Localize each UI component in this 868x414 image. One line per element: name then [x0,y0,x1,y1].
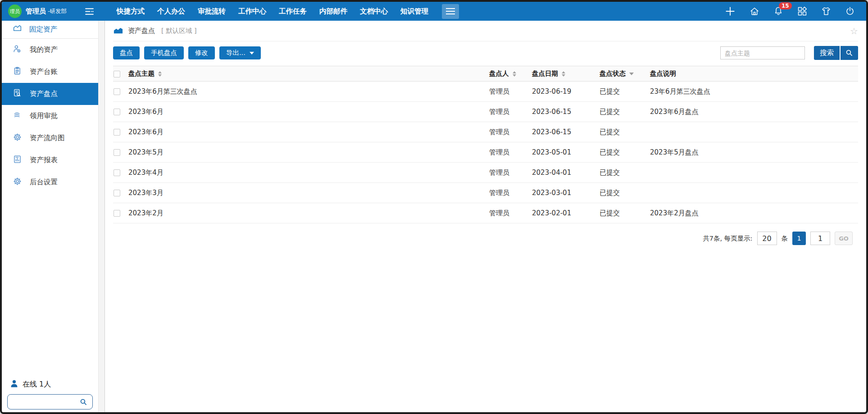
table-row[interactable]: 2023年3月管理员2023-03-01已提交 [113,183,858,203]
sidebar-item[interactable]: 后台设置 [2,171,98,193]
row-check-cell [113,82,128,102]
sidebar-search-input[interactable] [12,398,77,405]
topbar-menu-item[interactable]: 工作任务 [273,2,313,21]
toolbar-button[interactable]: 盘点 [113,46,140,59]
table-row[interactable]: 2023年5月管理员2023-05-01已提交2023年5月盘点 [113,142,858,163]
table-header-row: 盘点主题盘点人盘点日期盘点状态盘点说明 [113,66,858,82]
row-checkbox[interactable] [114,210,120,217]
sidebar-item[interactable]: 资产盘点 [2,83,98,105]
table-cell: 2023年6月 [128,122,489,142]
sidebar-module-header[interactable]: 固定资产 [2,21,98,39]
table-cell: 2023年6月 [128,102,489,122]
sort-icon[interactable] [513,71,516,77]
topbar-menu-item[interactable]: 内部邮件 [313,2,354,21]
topbar-actions: 15 [724,5,855,17]
sidebar-item-label: 后台设置 [30,177,58,187]
apps-icon[interactable] [797,6,808,17]
plus-icon[interactable] [724,5,736,17]
search-input[interactable] [720,46,805,59]
sort-icon[interactable] [158,71,162,77]
row-checkbox[interactable] [114,109,120,115]
column-header[interactable]: 盘点状态 [600,66,650,82]
table-row[interactable]: 2023年6月管理员2023-06-15已提交2023年6月盘点 [113,102,858,122]
topbar-menu-item[interactable]: 快捷方式 [110,2,151,21]
menu-item-label: 个人办公 [157,7,185,16]
theme-icon[interactable] [821,6,832,17]
more-menus-button[interactable] [442,4,459,19]
column-header[interactable]: 盘点人 [489,66,532,82]
table-row[interactable]: 2023年6月第三次盘点管理员2023-06-19已提交23年6月第三次盘点 [113,82,858,102]
goto-page-input[interactable] [810,232,830,245]
sort-icon[interactable] [562,71,565,77]
toolbar-button-label: 手机盘点 [151,49,177,57]
table-cell: 已提交 [600,183,650,203]
topbar-menu-item[interactable]: 文档中心 [354,2,394,21]
sidebar-nav: 我的资产 资产台账 资产盘点 领用审批 资产流向图 资产报表 后台设置 [2,39,98,193]
user-name: 管理员 [26,7,46,16]
table-body: 2023年6月第三次盘点管理员2023-06-19已提交23年6月第三次盘点 2… [113,82,858,223]
search-group: 搜索 [814,46,858,60]
pagination: 共7条, 每页显示: 条 1 GO [113,232,858,245]
power-icon[interactable] [845,6,855,17]
avatar[interactable]: 理员 [8,5,22,18]
layers-icon [13,110,22,122]
sidebar-module-label: 固定资产 [29,25,57,34]
topbar-menu-item[interactable]: 审批流转 [191,2,232,21]
search-icon[interactable] [79,398,88,406]
inventory-table: 盘点主题盘点人盘点日期盘点状态盘点说明 2023年6月第三次盘点管理员2023-… [113,66,858,223]
sidebar-item[interactable]: 领用审批 [2,105,98,127]
search-icon-button[interactable] [841,46,858,60]
topbar-menu-item[interactable]: 个人办公 [151,2,191,21]
table-cell: 已提交 [600,122,650,142]
row-checkbox[interactable] [114,169,120,176]
table-row[interactable]: 2023年2月管理员2023-02-01已提交2023年2月盘点 [113,203,858,223]
page-size-input[interactable] [757,232,777,245]
search-button[interactable]: 搜索 [814,46,840,60]
sidebar-scrollbar[interactable] [98,21,105,412]
home-icon[interactable] [749,6,760,17]
table-cell: 2023年5月盘点 [650,142,858,163]
toolbar-button-label: 修改 [195,49,208,57]
table-row[interactable]: 2023年4月管理员2023-04-01已提交 [113,163,858,183]
table-cell: 已提交 [600,102,650,122]
table-cell: 管理员 [489,183,532,203]
toolbar-buttons: 盘点手机盘点修改导出... [113,46,261,59]
toolbar-button[interactable]: 手机盘点 [144,46,184,59]
table-cell: 管理员 [489,163,532,183]
menu-item-label: 工作中心 [238,7,266,16]
row-checkbox[interactable] [114,129,120,136]
column-header-label: 盘点状态 [600,69,626,78]
go-button[interactable]: GO [835,232,853,245]
row-check-cell [113,203,128,223]
toolbar-button[interactable]: 导出... [219,46,261,59]
sort-icon[interactable] [629,73,634,75]
column-header[interactable]: 盘点日期 [532,66,600,82]
table-cell: 2023年3月 [128,183,489,203]
user-icon [13,44,22,55]
sidebar-item[interactable]: 我的资产 [2,39,98,61]
menu-item-label: 快捷方式 [117,7,145,16]
sidebar-item[interactable]: 资产流向图 [2,127,98,149]
sidebar-toggle-icon[interactable] [84,6,95,17]
column-header[interactable]: 盘点主题 [128,66,489,82]
toolbar-button[interactable]: 修改 [188,46,215,59]
topbar-menu-item[interactable]: 知识管理 [394,2,435,21]
menu-item-label: 内部邮件 [319,7,347,16]
select-all-checkbox[interactable] [114,71,120,77]
sidebar-item[interactable]: 资产台账 [2,61,98,83]
row-checkbox[interactable] [114,190,120,196]
column-header[interactable]: 盘点说明 [650,66,858,82]
user-department: -研发部 [48,8,67,15]
table-cell: 管理员 [489,122,532,142]
search-icon [845,49,854,57]
topbar-menu-item[interactable]: 工作中心 [232,2,273,21]
column-header-label: 盘点说明 [650,69,676,78]
row-checkbox[interactable] [114,149,120,156]
current-page-button[interactable]: 1 [792,232,806,245]
bell-icon[interactable]: 15 [773,6,784,17]
favorite-star-icon[interactable]: ☆ [850,27,858,36]
table-row[interactable]: 2023年6月管理员2023-06-15已提交 [113,122,858,142]
row-checkbox[interactable] [114,88,120,95]
topbar-menu: 快捷方式个人办公审批流转工作中心工作任务内部邮件文档中心知识管理 [110,2,435,21]
sidebar-item[interactable]: 资产报表 [2,149,98,171]
